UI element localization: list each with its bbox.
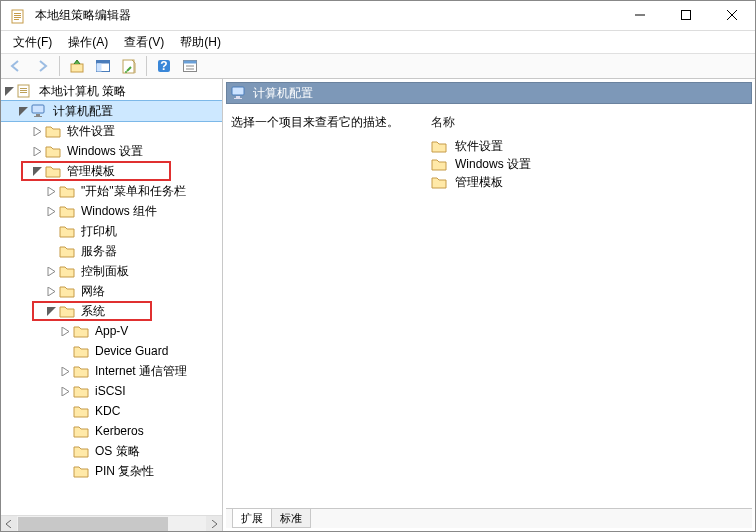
toolbar-properties-button[interactable] [118, 55, 140, 77]
tree-software-settings[interactable]: 软件设置 [1, 121, 222, 141]
expand-icon[interactable] [45, 285, 57, 297]
tree-control-panel[interactable]: 控制面板 [1, 261, 222, 281]
close-button[interactable] [709, 1, 755, 29]
body-split: 本地计算机 策略 计算机配置 [1, 79, 755, 531]
svg-rect-1 [14, 13, 21, 14]
folder-icon [73, 324, 89, 338]
scroll-left-arrow[interactable] [1, 516, 17, 532]
folder-icon [59, 244, 75, 258]
expand-icon[interactable] [31, 145, 43, 157]
collapse-icon[interactable] [3, 85, 15, 97]
folder-icon [73, 444, 89, 458]
collapse-icon[interactable] [45, 305, 57, 317]
svg-rect-30 [234, 98, 242, 99]
content-pane: 计算机配置 选择一个项目来查看它的描述。 名称 软件设置 Windows 设置 … [223, 79, 755, 531]
svg-text:?: ? [160, 59, 167, 73]
toolbar-help-button[interactable]: ? [153, 55, 175, 77]
tree-printers[interactable]: 打印机 [1, 221, 222, 241]
tree-item-label: Device Guard [93, 344, 170, 358]
tree-device-guard[interactable]: Device Guard [1, 341, 222, 361]
tree-computer-config[interactable]: 计算机配置 [1, 101, 222, 121]
tree-app-v[interactable]: App-V [1, 321, 222, 341]
menu-file[interactable]: 文件(F) [5, 32, 60, 53]
expand-icon[interactable] [45, 265, 57, 277]
folder-icon [431, 139, 447, 153]
collapse-icon[interactable] [31, 165, 43, 177]
list-item[interactable]: Windows 设置 [431, 155, 747, 173]
tree-windows-components[interactable]: Windows 组件 [1, 201, 222, 221]
expand-icon[interactable] [59, 325, 71, 337]
content-body: 选择一个项目来查看它的描述。 名称 软件设置 Windows 设置 管理模板 [223, 104, 755, 508]
folder-icon [59, 184, 75, 198]
svg-rect-28 [232, 87, 244, 95]
menu-view[interactable]: 查看(V) [116, 32, 172, 53]
tree-servers[interactable]: 服务器 [1, 241, 222, 261]
tree-item-label: 打印机 [79, 223, 119, 240]
tree-pin-complexity[interactable]: PIN 复杂性 [1, 461, 222, 481]
toolbar-up-button[interactable] [66, 55, 88, 77]
toolbar-show-hide-tree-button[interactable] [92, 55, 114, 77]
minimize-button[interactable] [617, 1, 663, 29]
tree-root[interactable]: 本地计算机 策略 [1, 81, 222, 101]
list-item-label: 软件设置 [455, 138, 503, 155]
expand-icon[interactable] [45, 205, 57, 217]
tree-item-label: 软件设置 [65, 123, 117, 140]
tree-item-label: Internet 通信管理 [93, 363, 189, 380]
tree-item-label: 服务器 [79, 243, 119, 260]
expand-icon[interactable] [59, 385, 71, 397]
folder-icon [73, 464, 89, 478]
folder-icon [59, 204, 75, 218]
scroll-right-arrow[interactable] [206, 516, 222, 532]
svg-rect-2 [14, 15, 21, 16]
tree-kerberos[interactable]: Kerberos [1, 421, 222, 441]
policy-tree[interactable]: 本地计算机 策略 计算机配置 [1, 81, 222, 499]
folder-icon [73, 424, 89, 438]
toolbar-filter-button[interactable] [179, 55, 201, 77]
expand-icon[interactable] [45, 185, 57, 197]
folder-icon [59, 264, 75, 278]
folder-icon [73, 384, 89, 398]
tree-item-label: KDC [93, 404, 122, 418]
scroll-thumb[interactable] [18, 517, 168, 531]
column-header-name[interactable]: 名称 [431, 114, 747, 131]
tree-internet-comm[interactable]: Internet 通信管理 [1, 361, 222, 381]
nav-back-button[interactable] [5, 55, 27, 77]
list-item[interactable]: 管理模板 [431, 173, 747, 191]
folder-icon [73, 404, 89, 418]
menu-action[interactable]: 操作(A) [60, 32, 116, 53]
maximize-button[interactable] [663, 1, 709, 29]
expand-icon[interactable] [31, 125, 43, 137]
tree-item-label: 网络 [79, 283, 107, 300]
tab-standard[interactable]: 标准 [271, 509, 311, 528]
tree-item-label: 控制面板 [79, 263, 131, 280]
tree-horizontal-scrollbar[interactable] [1, 515, 222, 531]
tree-admin-templates[interactable]: 管理模板 [1, 161, 222, 181]
list-item[interactable]: 软件设置 [431, 137, 747, 155]
tree-os-policy[interactable]: OS 策略 [1, 441, 222, 461]
tree-windows-settings[interactable]: Windows 设置 [1, 141, 222, 161]
folder-icon [431, 175, 447, 189]
collapse-icon[interactable] [17, 105, 29, 117]
expand-icon[interactable] [59, 365, 71, 377]
folder-icon [431, 157, 447, 171]
folder-icon [73, 344, 89, 358]
tree-pane[interactable]: 本地计算机 策略 计算机配置 [1, 79, 223, 531]
folder-icon [59, 224, 75, 238]
svg-rect-23 [20, 90, 27, 91]
tree-iscsi[interactable]: iSCSI [1, 381, 222, 401]
tree-start-taskbar[interactable]: "开始"菜单和任务栏 [1, 181, 222, 201]
folder-icon [59, 304, 75, 318]
computer-icon [31, 104, 47, 118]
svg-rect-0 [12, 10, 23, 23]
folder-icon [73, 364, 89, 378]
tree-network[interactable]: 网络 [1, 281, 222, 301]
menu-help[interactable]: 帮助(H) [172, 32, 229, 53]
tab-extended[interactable]: 扩展 [232, 509, 272, 528]
svg-rect-13 [123, 60, 134, 73]
toolbar-separator [59, 56, 60, 76]
nav-forward-button[interactable] [31, 55, 53, 77]
tree-kdc[interactable]: KDC [1, 401, 222, 421]
svg-rect-18 [184, 61, 197, 64]
tree-system[interactable]: 系统 [1, 301, 222, 321]
tree-item-label: PIN 复杂性 [93, 463, 156, 480]
